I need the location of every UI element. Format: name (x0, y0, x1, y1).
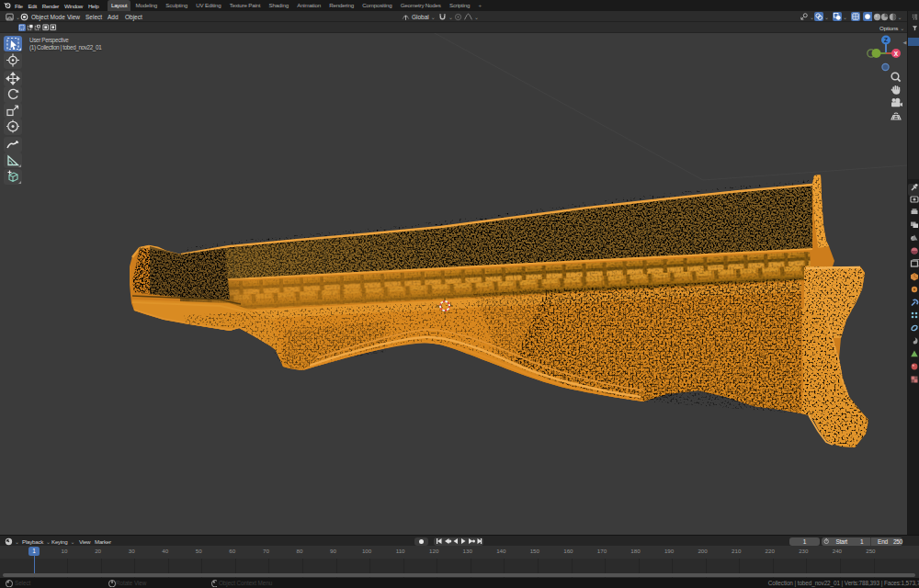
svg-text:X: X (894, 51, 899, 57)
svg-text:Z: Z (884, 37, 888, 43)
